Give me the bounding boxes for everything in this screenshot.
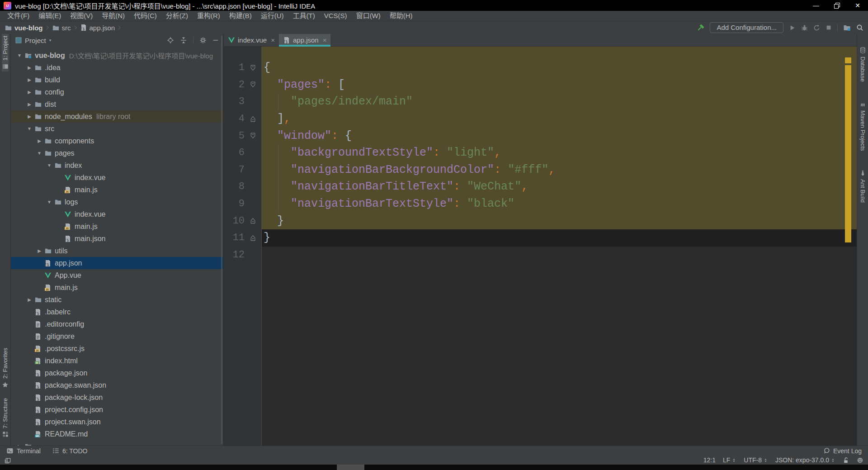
code-line[interactable]: } bbox=[262, 212, 857, 229]
debug-icon[interactable] bbox=[801, 24, 808, 31]
chevron-expanded-icon[interactable]: ▼ bbox=[45, 163, 53, 168]
chevron-collapsed-icon[interactable]: ▶ bbox=[15, 444, 24, 446]
menu-item[interactable]: 文件(F) bbox=[3, 11, 34, 21]
tree-item-.babelrc[interactable]: {}.babelrc bbox=[11, 306, 223, 318]
project-panel-title[interactable]: Project bbox=[25, 37, 46, 44]
menu-item[interactable]: 编辑(E) bbox=[34, 11, 66, 21]
chevron-collapsed-icon[interactable]: ▶ bbox=[25, 114, 33, 119]
tree-item-package.json[interactable]: {}package.json bbox=[11, 367, 223, 379]
editor-scrollbar-thumb[interactable] bbox=[845, 65, 851, 242]
code-line[interactable]: "pages/index/main" bbox=[262, 93, 857, 110]
code-line[interactable]: "navigationBarTitleText": "WeChat", bbox=[262, 178, 857, 195]
tree-item-config[interactable]: ▶config bbox=[11, 86, 223, 98]
editor-tab-app.json[interactable]: {}app.json× bbox=[279, 34, 330, 46]
tree-item-index[interactable]: ▼index bbox=[11, 159, 223, 171]
fold-marker-icon[interactable] bbox=[245, 64, 261, 71]
event-log-button[interactable]: Event Log bbox=[823, 447, 862, 455]
breadcrumb-item[interactable]: {}app.json bbox=[80, 24, 115, 32]
build-hammer-icon[interactable] bbox=[697, 24, 704, 32]
tree-item-static[interactable]: ▶static bbox=[11, 294, 223, 306]
tree-item-logs[interactable]: ▼logs bbox=[11, 196, 223, 208]
breadcrumb-item[interactable]: src bbox=[52, 24, 71, 32]
tree-item-vue-blog[interactable]: ▼vue-blogD:\文档\笔记\项目开发笔记\小程序项目\vue-blog bbox=[11, 49, 223, 62]
todo-button[interactable]: 6: TODO bbox=[52, 447, 88, 455]
toolwindow-toggle-icon[interactable] bbox=[5, 457, 11, 464]
chevron-expanded-icon[interactable]: ▼ bbox=[45, 199, 53, 204]
chevron-collapsed-icon[interactable]: ▶ bbox=[25, 77, 33, 82]
tree-item-build[interactable]: ▶build bbox=[11, 74, 223, 86]
tree-item-main.js[interactable]: JSmain.js bbox=[11, 281, 223, 294]
chevron-collapsed-icon[interactable]: ▶ bbox=[25, 65, 33, 70]
tree-item-index.vue[interactable]: index.vue bbox=[11, 208, 223, 220]
close-tab-icon[interactable]: × bbox=[323, 36, 327, 44]
tool-stripe-button-Database[interactable]: Database bbox=[859, 45, 866, 84]
breadcrumb-item[interactable]: vue-blog bbox=[5, 24, 43, 32]
code-line[interactable]: "navigationBarBackgroundColor": "#fff", bbox=[262, 161, 857, 179]
tree-item-.idea[interactable]: ▶.idea bbox=[11, 62, 223, 74]
chevron-collapsed-icon[interactable]: ▶ bbox=[35, 248, 43, 253]
restore-button[interactable] bbox=[826, 0, 847, 11]
menu-item[interactable]: 工具(T) bbox=[288, 11, 320, 21]
code-line[interactable] bbox=[262, 263, 857, 446]
menu-item[interactable]: 窗口(W) bbox=[352, 11, 385, 21]
tree-item-index.html[interactable]: Hindex.html bbox=[11, 355, 223, 367]
stop-icon[interactable] bbox=[826, 24, 832, 31]
tree-item-src[interactable]: ▼src bbox=[11, 123, 223, 135]
minimize-button[interactable]: — bbox=[806, 0, 826, 11]
fold-marker-icon[interactable] bbox=[245, 81, 261, 88]
tree-item-project.config.json[interactable]: {}project.config.json bbox=[11, 404, 223, 416]
tree-item-dist[interactable]: ▶dist bbox=[11, 98, 223, 110]
tool-stripe-button-7Structure[interactable]: 7: Structure bbox=[2, 396, 9, 439]
tree-item-components[interactable]: ▶components bbox=[11, 135, 223, 147]
fold-marker-icon[interactable] bbox=[245, 217, 261, 224]
code-line[interactable]: "navigationBarTextStyle": "black" bbox=[262, 195, 857, 213]
gear-icon[interactable] bbox=[199, 37, 207, 44]
code-line[interactable]: "backgroundTextStyle": "light", bbox=[262, 144, 857, 161]
tree-item[interactable]: ▶ bbox=[11, 440, 223, 446]
tree-item-app.json[interactable]: {}app.json bbox=[11, 257, 223, 269]
tree-item-pages[interactable]: ▼pages bbox=[11, 147, 223, 159]
tool-stripe-button-2Favorites[interactable]: 2: Favorites bbox=[2, 346, 9, 390]
chevron-expanded-icon[interactable]: ▼ bbox=[15, 53, 24, 58]
tree-item-App.vue[interactable]: App.vue bbox=[11, 269, 223, 281]
line-ending-selector[interactable]: LF bbox=[723, 456, 736, 464]
hide-panel-icon[interactable] bbox=[212, 37, 219, 43]
add-configuration-button[interactable]: Add Configuration... bbox=[710, 22, 783, 33]
chevron-collapsed-icon[interactable]: ▶ bbox=[25, 297, 33, 302]
project-tree-scrollbar[interactable] bbox=[221, 36, 222, 444]
tree-item-package.swan.json[interactable]: {}package.swan.json bbox=[11, 379, 223, 391]
chevron-collapsed-icon[interactable]: ▶ bbox=[25, 102, 33, 107]
tree-item-main.js[interactable]: JSmain.js bbox=[11, 184, 223, 196]
readonly-lock-icon[interactable] bbox=[843, 457, 849, 464]
fold-marker-icon[interactable] bbox=[245, 132, 261, 139]
locate-file-icon[interactable] bbox=[167, 37, 174, 44]
tool-stripe-button-AntBuild[interactable]: Ant Build bbox=[859, 168, 866, 204]
menu-item[interactable]: 导航(N) bbox=[97, 11, 129, 21]
menu-item[interactable]: 代码(C) bbox=[129, 11, 161, 21]
menu-item[interactable]: 运行(U) bbox=[256, 11, 288, 21]
tree-item-package-lock.json[interactable]: {}package-lock.json bbox=[11, 391, 223, 404]
menu-item[interactable]: 分析(Z) bbox=[161, 11, 193, 21]
search-everywhere-icon[interactable] bbox=[856, 24, 863, 31]
tree-item-main.js[interactable]: JSmain.js bbox=[11, 220, 223, 233]
editor[interactable]: 1{2 "pages": [3 "pages/index/main"4 ],5 … bbox=[224, 47, 857, 446]
tree-item-nodemodules[interactable]: ▶node_moduleslibrary root bbox=[11, 110, 223, 123]
tree-item-project.swan.json[interactable]: {}project.swan.json bbox=[11, 416, 223, 428]
error-stripe-mark[interactable] bbox=[845, 57, 851, 63]
chevron-expanded-icon[interactable]: ▼ bbox=[25, 126, 33, 131]
fold-marker-icon[interactable] bbox=[245, 234, 261, 242]
tool-stripe-button-MavenProjects[interactable]: mMaven Projects bbox=[859, 99, 866, 153]
tree-item-.gitignore[interactable]: .gitignore bbox=[11, 330, 223, 342]
editor-tab-index.vue[interactable]: index.vue× bbox=[224, 34, 279, 46]
caret-position[interactable]: 12:1 bbox=[703, 456, 716, 464]
tree-item-.editorconfig[interactable]: .editorconfig bbox=[11, 318, 223, 330]
code-line[interactable]: ], bbox=[262, 110, 857, 128]
chevron-down-icon[interactable]: ▾ bbox=[49, 38, 52, 43]
menu-item[interactable]: 重构(R) bbox=[193, 11, 225, 21]
code-line[interactable] bbox=[262, 47, 857, 59]
run-icon[interactable] bbox=[789, 24, 796, 31]
tree-item-.postcssrc.js[interactable]: JS.postcssrc.js bbox=[11, 342, 223, 355]
json-schema-selector[interactable]: JSON: expo-37.0.0 bbox=[775, 456, 835, 464]
code-line[interactable]: } bbox=[262, 229, 857, 247]
encoding-selector[interactable]: UTF-8 bbox=[744, 456, 768, 464]
